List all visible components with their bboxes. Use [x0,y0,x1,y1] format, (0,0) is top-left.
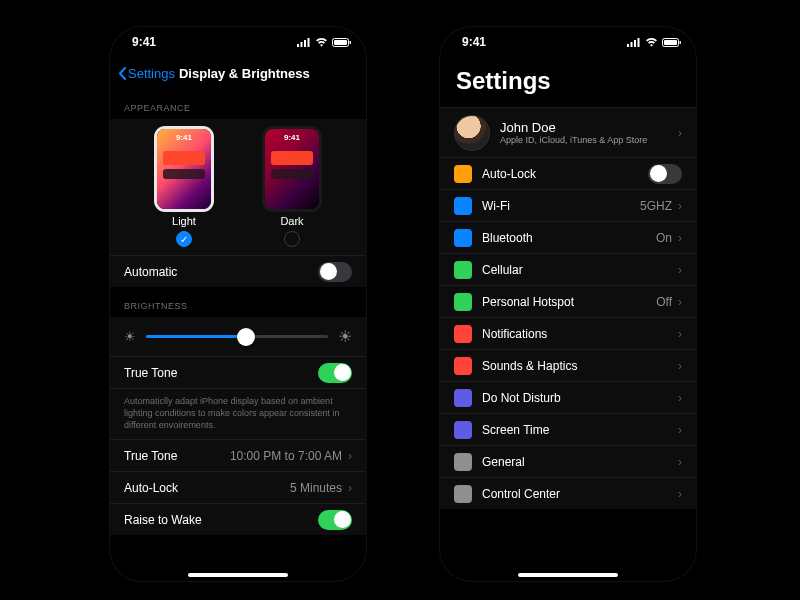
general-icon-box [454,453,472,471]
appearance-header: Appearance [110,89,366,119]
notifications-row[interactable]: Notifications › [440,317,696,349]
svg-rect-13 [680,41,682,44]
appearance-option-dark[interactable]: 9:41 Dark [265,129,319,247]
brightness-slider-row: ☀︎ ☀︎ [110,317,366,356]
hotspot-icon-box [454,293,472,311]
cellular-row[interactable]: Cellular › [440,253,696,285]
automatic-row: Automatic [110,255,366,287]
sounds-icon-box [454,357,472,375]
wifi-value: 5GHZ [640,199,672,213]
chevron-right-icon: › [678,391,682,405]
chevron-right-icon: › [678,327,682,341]
brightness-slider[interactable] [146,335,328,338]
dark-radio[interactable] [284,231,300,247]
battery-icon [662,38,682,47]
screen-time-label: Screen Time [482,423,678,437]
chevron-right-icon: › [678,231,682,245]
true-tone-label: True Tone [124,366,318,380]
home-indicator[interactable] [188,573,288,577]
brightness-low-icon: ☀︎ [124,329,136,344]
screen-time-icon-box [454,421,472,439]
home-indicator[interactable] [518,573,618,577]
notifications-label: Notifications [482,327,678,341]
brightness-header: Brightness [110,287,366,317]
appearance-picker: 9:41 Light ✓ 9:41 Dark [110,119,366,255]
wifi-label: Wi-Fi [482,199,640,213]
schedule-row[interactable]: True Tone 10:00 PM to 7:00 AM › [110,439,366,471]
sounds-label: Sounds & Haptics [482,359,678,373]
cellular-signal-icon [627,38,641,47]
schedule-value: 10:00 PM to 7:00 AM [230,449,342,463]
dnd-label: Do Not Disturb [482,391,678,405]
auto-lock-value: 5 Minutes [290,481,342,495]
auto-lock-label: Auto-Lock [124,481,290,495]
status-time: 9:41 [132,35,156,49]
true-tone-toggle[interactable] [318,363,352,383]
general-row[interactable]: General › [440,445,696,477]
notifications-icon-box [454,325,472,343]
raise-to-wake-toggle[interactable] [318,510,352,530]
auto-lock-icon [454,165,472,183]
schedule-label: True Tone [124,449,230,463]
screen-time-row[interactable]: Screen Time › [440,413,696,445]
bluetooth-value: On [656,231,672,245]
bluetooth-row[interactable]: Bluetooth On › [440,221,696,253]
profile-subtitle: Apple ID, iCloud, iTunes & App Store [500,135,678,145]
svg-rect-9 [634,40,636,47]
dark-label: Dark [265,215,319,227]
control-center-row[interactable]: Control Center › [440,477,696,509]
svg-rect-8 [631,42,633,47]
slider-thumb[interactable] [237,328,255,346]
back-button[interactable]: Settings [118,66,175,81]
chevron-right-icon: › [678,199,682,213]
page-title: Settings [440,57,696,107]
auto-lock-row[interactable]: Auto-Lock 5 Minutes › [110,471,366,503]
status-icons [627,38,682,47]
display-brightness-screen: 9:41 Settings Display & Brightness Appea… [110,27,366,581]
auto-lock-row: Auto-Lock [440,157,696,189]
auto-lock-toggle[interactable] [648,164,682,184]
cellular-icon-box [454,261,472,279]
profile-row[interactable]: John Doe Apple ID, iCloud, iTunes & App … [440,107,696,157]
control-center-label: Control Center [482,487,678,501]
cellular-signal-icon [297,38,311,47]
raise-to-wake-row: Raise to Wake [110,503,366,535]
true-tone-footer: Automaticlly adapt iPhone display based … [110,388,366,439]
auto-lock-label: Auto-Lock [482,167,648,181]
hotspot-value: Off [656,295,672,309]
cellular-label: Cellular [482,263,678,277]
brightness-high-icon: ☀︎ [338,327,352,346]
profile-name: John Doe [500,120,678,135]
appearance-option-light[interactable]: 9:41 Light ✓ [157,129,211,247]
dnd-icon-box [454,389,472,407]
svg-rect-12 [664,40,677,45]
dark-thumbnail: 9:41 [265,129,319,209]
battery-icon [332,38,352,47]
avatar [454,115,490,151]
svg-rect-1 [301,42,303,47]
automatic-toggle[interactable] [318,262,352,282]
hotspot-row[interactable]: Personal Hotspot Off › [440,285,696,317]
control-center-icon-box [454,485,472,503]
bluetooth-label: Bluetooth [482,231,656,245]
dnd-row[interactable]: Do Not Disturb › [440,381,696,413]
back-label: Settings [128,66,175,81]
wifi-icon-box [454,197,472,215]
bluetooth-icon-box [454,229,472,247]
status-bar: 9:41 [440,27,696,57]
light-thumbnail: 9:41 [157,129,211,209]
chevron-right-icon: › [678,455,682,469]
page-title: Display & Brightness [179,66,310,81]
sounds-row[interactable]: Sounds & Haptics › [440,349,696,381]
wifi-row[interactable]: Wi-Fi 5GHZ › [440,189,696,221]
nav-bar: Settings Display & Brightness [110,57,366,89]
light-radio-selected[interactable]: ✓ [176,231,192,247]
svg-rect-7 [627,44,629,47]
svg-rect-10 [638,38,640,47]
status-icons [297,38,352,47]
general-label: General [482,455,678,469]
chevron-right-icon: › [678,295,682,309]
raise-to-wake-label: Raise to Wake [124,513,318,527]
true-tone-row: True Tone [110,356,366,388]
svg-rect-5 [334,40,347,45]
